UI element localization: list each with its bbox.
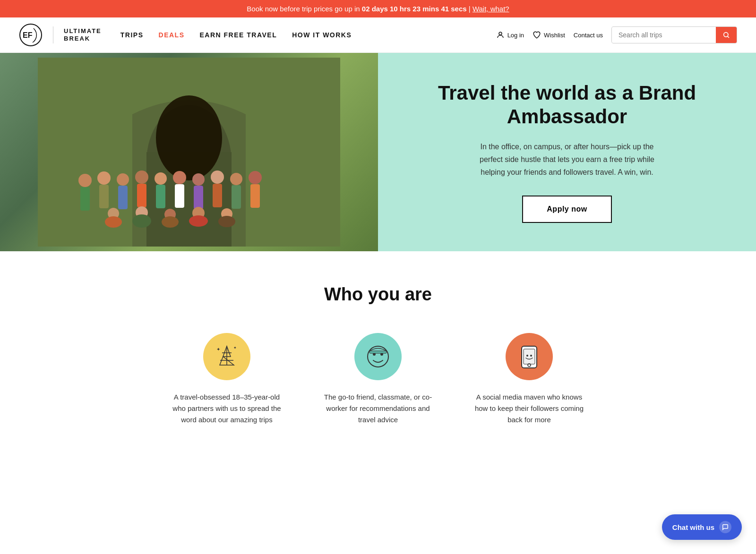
hero-image: [0, 53, 378, 251]
hero-section: Travel the world as a Brand Ambassador I…: [0, 53, 756, 251]
svg-point-27: [230, 173, 242, 185]
svg-rect-51: [524, 349, 535, 364]
heart-icon: [533, 31, 541, 39]
who-card-social: A social media maven who knows how to ke…: [472, 333, 586, 426]
ef-logo-svg: EF: [19, 24, 42, 46]
who-section-title: Who you are: [19, 284, 737, 305]
banner-separator: |: [469, 5, 472, 13]
main-header: EF ULTIMATE BREAK TRIPS DEALS EARN FREE …: [0, 17, 756, 53]
svg-point-2: [499, 32, 502, 35]
banner-link[interactable]: Wait, what?: [472, 5, 509, 13]
wishlist-button[interactable]: Wishlist: [533, 31, 565, 39]
svg-point-11: [78, 174, 92, 187]
svg-point-52: [526, 355, 528, 357]
svg-point-29: [249, 171, 262, 184]
login-button[interactable]: Log in: [496, 31, 524, 39]
phone-icon: [515, 342, 543, 371]
hero-photo-placeholder: [0, 53, 378, 251]
search-icon: [722, 31, 730, 39]
svg-point-19: [155, 172, 167, 185]
svg-point-53: [530, 355, 532, 357]
who-card-friend: The go-to friend, classmate, or co-worke…: [321, 333, 435, 426]
svg-point-13: [97, 171, 111, 185]
svg-rect-49: [369, 351, 387, 353]
social-icon: [506, 333, 553, 380]
svg-point-34: [132, 214, 151, 228]
svg-rect-24: [194, 186, 203, 209]
contact-button[interactable]: Contact us: [574, 32, 603, 39]
svg-text:✦: ✦: [233, 346, 237, 350]
svg-rect-30: [250, 184, 260, 208]
svg-rect-20: [156, 185, 165, 208]
svg-text:✦: ✦: [216, 347, 220, 352]
traveler-description: A travel-obsessed 18–35-year-old who par…: [170, 392, 284, 426]
svg-point-21: [173, 171, 186, 184]
svg-point-25: [211, 170, 224, 184]
traveler-icon: ✦ ✦: [203, 333, 250, 380]
happy-face-icon: [364, 342, 392, 371]
who-cards-container: ✦ ✦ A travel-obsessed 18–35-year-old who…: [19, 333, 737, 426]
svg-point-32: [105, 216, 122, 228]
svg-rect-26: [213, 184, 222, 207]
hero-title: Travel the world as a Brand Ambassador: [411, 81, 723, 129]
nav-trips[interactable]: TRIPS: [120, 31, 144, 39]
svg-rect-14: [99, 185, 109, 208]
who-card-traveler: ✦ ✦ A travel-obsessed 18–35-year-old who…: [170, 333, 284, 426]
svg-point-3: [724, 33, 728, 37]
friend-icon: [354, 333, 402, 380]
header-right: Log in Wishlist Contact us: [496, 26, 737, 43]
svg-text:EF: EF: [23, 31, 33, 39]
svg-point-17: [135, 170, 148, 184]
announcement-banner: Book now before trip prices go up in 02 …: [0, 0, 756, 17]
user-icon: [496, 31, 505, 39]
nav-deals[interactable]: DEALS: [159, 31, 185, 39]
friend-description: The go-to friend, classmate, or co-worke…: [321, 392, 435, 426]
logo-text: ULTIMATE BREAK: [64, 27, 102, 42]
svg-rect-16: [118, 186, 128, 209]
svg-point-15: [117, 173, 129, 186]
eiffel-tower-icon: ✦ ✦: [213, 342, 241, 371]
svg-rect-12: [80, 187, 90, 211]
logo-icon: EF: [19, 23, 43, 47]
nav-earn-free-travel[interactable]: EARN FREE TRAVEL: [199, 31, 277, 39]
logo-divider: [53, 26, 53, 43]
nav-how-it-works[interactable]: HOW IT WORKS: [292, 31, 352, 39]
svg-point-36: [162, 216, 179, 228]
svg-rect-18: [137, 184, 146, 207]
main-nav: TRIPS DEALS EARN FREE TRAVEL HOW IT WORK…: [120, 31, 496, 39]
svg-line-4: [728, 36, 729, 38]
banner-countdown: 02 days 10 hrs 23 mins 41 secs: [362, 5, 467, 13]
apply-now-button[interactable]: Apply now: [522, 196, 611, 223]
svg-point-38: [189, 215, 208, 227]
svg-rect-28: [232, 185, 241, 209]
hero-content: Travel the world as a Brand Ambassador I…: [378, 53, 756, 251]
banner-prefix: Book now before trip prices go up in: [247, 5, 360, 13]
svg-point-10: [156, 95, 222, 180]
social-description: A social media maven who knows how to ke…: [472, 392, 586, 426]
search-button[interactable]: [716, 27, 737, 43]
search-input[interactable]: [612, 27, 716, 43]
hero-description: In the office, on campus, or after hours…: [477, 140, 657, 179]
logo-area[interactable]: EF ULTIMATE BREAK: [19, 23, 102, 47]
who-you-are-section: Who you are ✦ ✦ A travel-obsessed 18–35-…: [0, 251, 756, 454]
hero-illustration: [38, 58, 340, 247]
search-box: [611, 26, 737, 43]
svg-point-23: [192, 173, 205, 186]
svg-rect-22: [175, 184, 184, 208]
svg-point-40: [218, 216, 235, 227]
